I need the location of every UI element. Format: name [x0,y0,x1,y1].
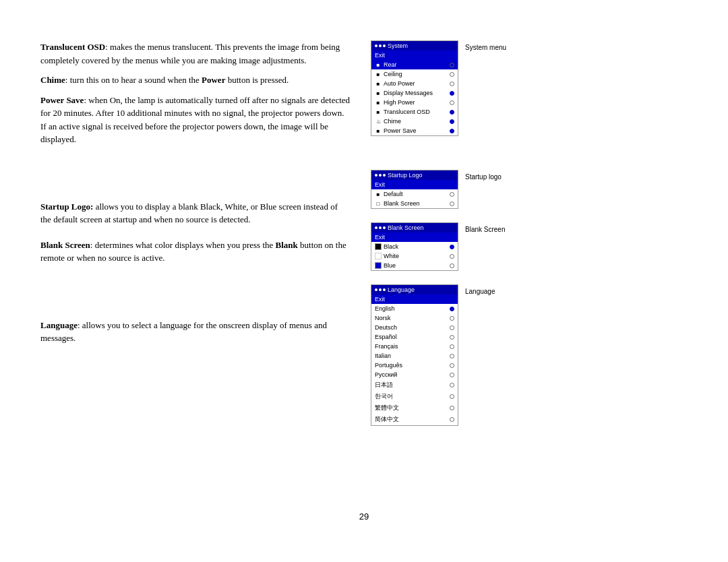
black-label: Black [384,243,398,250]
blank-white-row: White [371,251,458,261]
rear-icon: ■ [375,61,382,68]
system-menu-group: System Exit ■ Rear ■ Ceiling [371,40,728,136]
espanol-radio [450,335,454,340]
portugues-label: Português [375,362,402,369]
blank-black-row: Black [371,242,458,251]
startup-dots [375,174,386,177]
blank-screen-menu: Blank Screen Exit Black White [371,222,458,271]
system-display-row: ■ Display Messages [371,88,458,98]
language-title-bar: Language [371,285,458,294]
simp-chinese-label: 简体中文 [375,415,399,424]
powersave-icon: ■ [375,127,382,134]
language-title-text: Language [388,286,415,293]
translucent-osd-text: Translucent OSD: makes the menus translu… [40,40,351,67]
francais-label: Français [375,343,398,350]
ldot-1 [375,288,377,291]
startup-menu: Startup Logo Exit ■ Default □ Blank Scre… [371,170,458,209]
system-menu: System Exit ■ Rear ■ Ceiling [371,40,458,136]
blank-blue-row: Blue [371,261,458,270]
lang-francais-row: Français [371,342,458,351]
dot-2 [379,44,382,47]
norsk-radio [450,316,454,321]
startup-title-bar: Startup Logo [371,170,458,180]
japanese-radio [450,383,454,387]
simp-chinese-radio [450,417,454,422]
default-icon: ■ [375,191,382,197]
system-exit-row: Exit [371,51,458,60]
autopower-icon: ■ [375,80,382,87]
sdot-3 [383,174,386,177]
korean-radio [450,394,454,399]
right-column: System Exit ■ Rear ■ Ceiling [371,40,728,439]
translucent-icon: ■ [375,108,382,115]
portugues-radio [450,363,454,368]
startup-menu-group: Startup Logo Exit ■ Default □ Blank Scre… [371,170,728,209]
blue-label: Blue [384,262,396,269]
ldot-3 [383,288,386,291]
highpower-radio [450,100,454,105]
white-swatch [375,253,382,259]
dot-1 [375,44,377,47]
trad-chinese-radio [450,406,454,410]
chime-text: Chime: turn this on to hear a sound when… [40,73,351,87]
white-radio [450,254,454,259]
japanese-label: 日本語 [375,381,393,389]
system-translucent-row: ■ Translucent OSD [371,107,458,117]
deutsch-radio [450,325,454,330]
lang-italian-row: Italian [371,351,458,361]
norsk-label: Norsk [375,315,391,321]
russian-label: Русский [375,371,397,378]
startup-title-text: Startup Logo [388,172,423,179]
system-rear-row: ■ Rear [371,60,458,69]
language-block: Language: allows you to select a languag… [40,319,351,345]
highpower-icon: ■ [375,99,382,106]
blank-screen-menu-group: Blank Screen Exit Black White [371,222,728,271]
language-exit-row: Exit [371,294,458,304]
sdot-2 [379,174,382,177]
black-radio [450,245,454,249]
lang-portugues-row: Português [371,361,458,370]
sdot-1 [375,174,377,177]
lang-trad-chinese-row: 繁體中文 [371,402,458,414]
black-swatch [375,243,382,250]
blank-title-text: Blank Screen [388,224,424,231]
chime-radio [450,119,454,124]
dot-3 [383,44,386,47]
bdot-1 [375,226,377,229]
autopower-radio [450,82,454,86]
system-powersave-row: ■ Power Save [371,126,458,135]
system-highpower-row: ■ High Power [371,98,458,107]
system-title-text: System [388,42,408,49]
startup-menu-label: Startup logo [465,170,502,181]
startup-exit-row: Exit [371,180,458,189]
blank-screen-text: Blank Screen: determines what color disp… [40,239,351,265]
title-dots [375,44,386,47]
blank-exit-row: Exit [371,232,458,242]
ldot-2 [379,288,382,291]
language-text: Language: allows you to select a languag… [40,319,351,345]
startup-logo-block: Startup Logo: allows you to display a bl… [40,200,351,226]
bdot-3 [383,226,386,229]
translucent-osd-block: Translucent OSD: makes the menus translu… [40,40,351,146]
system-menu-label: System menu [465,40,506,51]
espanol-label: Español [375,334,397,340]
english-label: English [375,305,395,312]
blank-title-bar: Blank Screen [371,223,458,232]
korean-label: 한국어 [375,392,393,401]
powersave-radio [450,129,454,133]
blank-screen-block: Blank Screen: determines what color disp… [40,239,351,265]
ceiling-icon: ■ [375,71,382,77]
blankscreen-icon: □ [375,200,382,207]
blank-screen-menu-label: Blank Screen [465,222,505,233]
italian-label: Italian [375,352,391,359]
power-save-text: Power Save: when On, the lamp is automat… [40,94,351,146]
lang-espanol-row: Español [371,332,458,342]
francais-radio [450,344,454,349]
startup-logo-text: Startup Logo: allows you to display a bl… [40,200,351,226]
system-ceiling-row: ■ Ceiling [371,69,458,79]
trad-chinese-label: 繁體中文 [375,404,399,412]
blank-dots [375,226,386,229]
deutsch-label: Deutsch [375,324,397,331]
chime-icon: ♨ [375,118,382,125]
lang-english-row: English [371,304,458,313]
